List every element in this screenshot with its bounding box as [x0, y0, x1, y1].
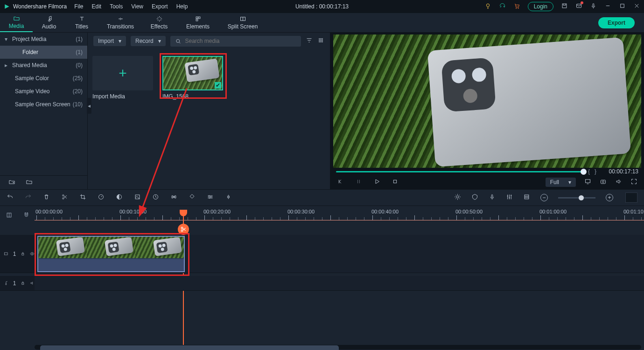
stop-icon[interactable] — [392, 178, 399, 186]
preview-viewport[interactable] — [333, 34, 641, 168]
delete-icon[interactable] — [43, 193, 50, 202]
save-icon[interactable] — [561, 2, 568, 11]
zoom-slider[interactable] — [558, 197, 595, 199]
speed-icon[interactable] — [98, 193, 105, 202]
undo-icon[interactable] — [7, 193, 14, 202]
svg-rect-21 — [393, 180, 396, 183]
messages-icon[interactable] — [575, 2, 582, 11]
tab-audio[interactable]: Audio — [33, 13, 65, 32]
prev-frame-icon[interactable] — [337, 178, 344, 186]
record-dropdown[interactable]: Record▾ — [131, 36, 166, 46]
sidebar-folder[interactable]: Folder(1) — [0, 46, 87, 59]
video-track-header[interactable]: 1 — [0, 235, 35, 273]
audio-sync-icon[interactable] — [225, 193, 232, 202]
pause-icon[interactable] — [355, 178, 362, 186]
zoom-out-icon[interactable]: − — [540, 194, 548, 201]
menu-edit[interactable]: Edit — [92, 3, 102, 10]
sidebar-project-media[interactable]: ▾Project Media(1) — [0, 33, 87, 46]
zoom-in-icon[interactable]: + — [606, 194, 613, 201]
svg-rect-23 — [601, 180, 606, 184]
cart-icon[interactable] — [513, 2, 520, 11]
mark-in-icon[interactable]: { — [588, 168, 590, 175]
import-dropdown[interactable]: Import▾ — [93, 36, 126, 46]
svg-point-19 — [321, 41, 322, 42]
snapshot-icon[interactable] — [600, 178, 607, 186]
menu-view[interactable]: View — [131, 3, 143, 10]
menu-help[interactable]: Help — [176, 3, 188, 10]
crop-icon[interactable] — [79, 193, 86, 202]
sidebar-sample-color[interactable]: Sample Color(25) — [0, 72, 87, 85]
display-icon[interactable] — [584, 178, 591, 186]
split-icon[interactable] — [61, 193, 68, 202]
redo-icon[interactable] — [25, 193, 32, 202]
menu-export[interactable]: Export — [152, 3, 168, 10]
track-manage-icon[interactable] — [523, 193, 530, 202]
magnet-icon[interactable] — [23, 212, 30, 220]
tab-media[interactable]: Media — [0, 13, 33, 32]
keyframe-icon[interactable] — [152, 193, 159, 202]
sidebar-shared-media[interactable]: ▸Shared Media(0) — [0, 59, 87, 72]
svg-point-18 — [319, 41, 320, 42]
tab-titles[interactable]: Titles — [65, 13, 98, 32]
sidebar-sample-green[interactable]: Sample Green Screen(10) — [0, 98, 87, 111]
media-search[interactable] — [170, 36, 301, 47]
audio-track-header[interactable]: 1 — [0, 276, 35, 291]
marker-icon[interactable] — [189, 193, 196, 202]
tips-icon[interactable] — [484, 2, 491, 11]
maximize-icon[interactable] — [619, 2, 626, 11]
tab-elements[interactable]: Elements — [175, 13, 220, 32]
tab-titles-label: Titles — [75, 23, 88, 30]
close-icon[interactable] — [633, 2, 640, 11]
safe-zone-icon[interactable] — [471, 193, 478, 202]
visibility-icon[interactable] — [30, 250, 35, 257]
mixer-icon[interactable] — [506, 193, 513, 202]
mic-icon[interactable] — [590, 2, 597, 11]
motion-icon[interactable] — [170, 193, 177, 202]
render-icon[interactable] — [454, 193, 461, 202]
filter-icon[interactable] — [306, 37, 313, 45]
tab-transitions-label: Transitions — [107, 23, 134, 30]
zoom-fit-icon[interactable] — [625, 192, 637, 203]
export-button[interactable]: Export — [598, 17, 635, 28]
new-folder-icon[interactable] — [8, 178, 15, 187]
preview-fit-dropdown[interactable]: Full▾ — [546, 178, 576, 187]
clip-thumbnail[interactable]: ✔ — [162, 56, 223, 90]
tab-effects[interactable]: Effects — [143, 13, 175, 32]
mute-icon[interactable] — [30, 280, 35, 287]
svg-point-11 — [176, 39, 180, 42]
audio-track: 1 — [0, 276, 644, 291]
svg-rect-9 — [196, 19, 198, 21]
plus-icon: + — [119, 65, 127, 81]
mark-out-icon[interactable]: } — [595, 168, 596, 175]
timeline-ruler[interactable]: // inline generation intentionally avoid… — [35, 211, 644, 225]
color-icon[interactable] — [116, 193, 123, 202]
menu-file[interactable]: File — [74, 3, 83, 10]
app-logo: Wondershare Filmora — [4, 3, 67, 10]
timeline-clip[interactable]: IMG_1568 — [37, 236, 185, 272]
track-expand-icon[interactable] — [6, 212, 13, 220]
volume-icon[interactable] — [615, 178, 622, 186]
lock-icon[interactable] — [21, 280, 25, 287]
adjust-icon[interactable] — [207, 193, 214, 202]
fullscreen-icon[interactable] — [630, 178, 637, 186]
menu-tools[interactable]: Tools — [110, 3, 123, 10]
import-media-card[interactable]: + Import Media — [92, 56, 153, 183]
search-input[interactable] — [185, 38, 296, 44]
minimize-icon[interactable] — [604, 2, 611, 11]
greenscreen-icon[interactable] — [134, 193, 141, 202]
lock-icon[interactable] — [21, 250, 25, 257]
video-track-number: 1 — [13, 251, 16, 257]
login-button[interactable]: Login — [528, 2, 553, 11]
video-track: 1 IMG_1568 — [0, 235, 644, 273]
voiceover-icon[interactable] — [489, 193, 496, 202]
timeline-scrollbar[interactable] — [35, 345, 641, 350]
grid-view-icon[interactable] — [317, 37, 324, 45]
media-clip-card[interactable]: ✔ IMG_1568 — [162, 56, 223, 183]
tab-splitscreen[interactable]: Split Screen — [220, 13, 265, 32]
preview-scrubber[interactable] — [336, 171, 583, 172]
open-folder-icon[interactable] — [26, 178, 33, 187]
sidebar-sample-video[interactable]: Sample Video(20) — [0, 85, 87, 98]
play-icon[interactable] — [373, 178, 380, 186]
tab-transitions[interactable]: Transitions — [98, 13, 143, 32]
support-icon[interactable] — [499, 2, 506, 11]
